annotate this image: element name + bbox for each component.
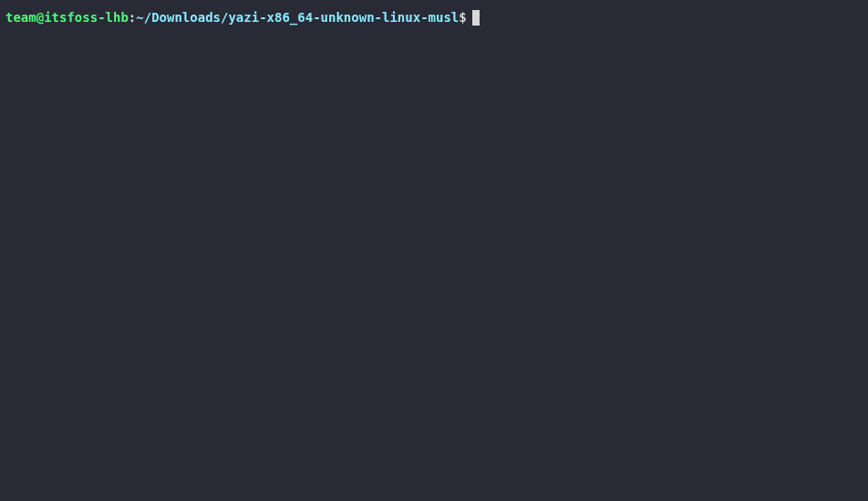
prompt-line[interactable]: team@itsfoss-lhb : ~/Downloads/yazi-x86_… <box>5 9 863 27</box>
user-host: team@itsfoss-lhb <box>5 9 129 27</box>
working-directory: ~/Downloads/yazi-x86_64-unknown-linux-mu… <box>136 9 459 27</box>
separator: : <box>129 9 136 27</box>
prompt-symbol: $ <box>459 9 466 27</box>
cursor-icon <box>472 10 480 26</box>
